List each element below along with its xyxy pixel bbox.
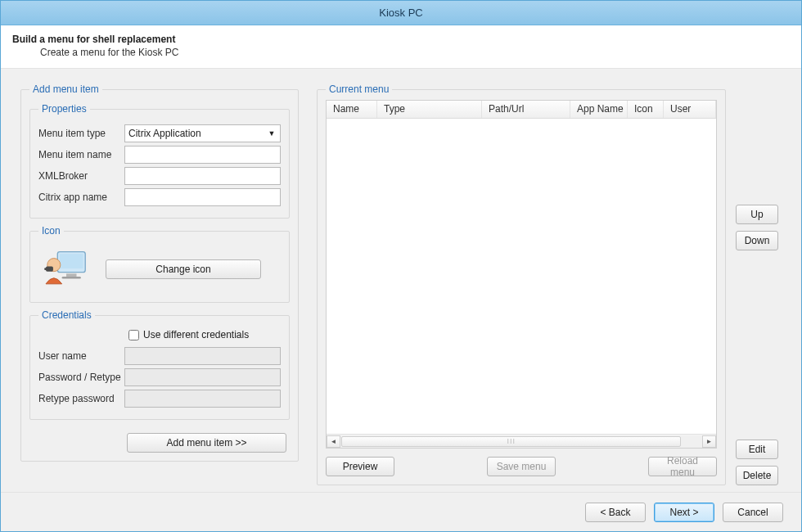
svg-rect-3 — [62, 277, 81, 279]
group-add-menu-item: Add menu item Properties Menu item type … — [20, 83, 299, 462]
col-icon[interactable]: Icon — [628, 101, 664, 118]
svg-rect-1 — [60, 254, 83, 268]
col-name[interactable]: Name — [327, 101, 377, 118]
delete-button[interactable]: Delete — [736, 466, 778, 485]
next-button[interactable]: Next > — [654, 503, 714, 522]
group-add-menu-item-legend: Add menu item — [29, 83, 102, 95]
select-menu-item-type-value: Citrix Application — [128, 128, 201, 139]
reload-menu-button[interactable]: Reload menu — [648, 457, 717, 476]
label-retype: Retype password — [38, 393, 124, 404]
group-properties: Properties Menu item type Citrix Applica… — [29, 103, 290, 219]
label-menu-item-type: Menu item type — [38, 128, 124, 139]
menu-grid-header: Name Type Path/Url App Name Icon User — [327, 101, 716, 119]
row-password: Password / Retype — [38, 368, 281, 386]
edit-button[interactable]: Edit — [736, 440, 778, 459]
icon-preview — [38, 246, 94, 292]
icon-row: Change icon — [38, 243, 281, 294]
label-username: User name — [38, 350, 124, 362]
row-xml-broker: XMLBroker — [38, 167, 281, 185]
svg-rect-6 — [44, 268, 47, 270]
group-properties-legend: Properties — [38, 103, 90, 115]
input-menu-item-name[interactable] — [124, 146, 281, 164]
page-title: Build a menu for shell replacement — [12, 34, 790, 45]
row-citrix-app-name: Citrix app name — [38, 188, 281, 206]
body: Add menu item Properties Menu item type … — [1, 69, 801, 492]
group-icon-legend: Icon — [38, 225, 64, 237]
horizontal-scrollbar[interactable]: ◄ III ► — [327, 434, 716, 448]
label-password: Password / Retype — [38, 372, 124, 383]
label-citrix-app-name: Citrix app name — [38, 192, 124, 203]
col-path[interactable]: Path/Url — [482, 101, 570, 118]
page-subtitle: Create a menu for the Kiosk PC — [40, 47, 790, 58]
chevron-down-icon: ▼ — [265, 129, 278, 138]
row-retype: Retype password — [38, 390, 281, 408]
group-current-menu-legend: Current menu — [326, 83, 392, 95]
row-username: User name — [38, 347, 281, 365]
current-menu-actions: Preview Save menu Reload menu — [326, 457, 717, 476]
group-icon: Icon — [29, 225, 290, 303]
down-button[interactable]: Down — [736, 231, 778, 250]
group-credentials-legend: Credentials — [38, 309, 95, 321]
window-title: Kiosk PC — [379, 7, 422, 19]
up-button[interactable]: Up — [736, 205, 778, 224]
group-credentials: Credentials Use different credentials Us… — [29, 309, 290, 420]
left-column: Add menu item Properties Menu item type … — [20, 83, 299, 485]
svg-rect-2 — [66, 273, 77, 277]
checkbox-use-diff-credentials[interactable] — [128, 330, 139, 340]
input-password — [124, 368, 281, 386]
change-icon-button[interactable]: Change icon — [106, 259, 261, 279]
save-menu-button[interactable]: Save menu — [487, 457, 556, 476]
col-appname[interactable]: App Name — [570, 101, 628, 118]
cancel-button[interactable]: Cancel — [723, 503, 783, 522]
select-menu-item-type[interactable]: Citrix Application ▼ — [124, 124, 281, 142]
add-button-row: Add menu item >> — [29, 426, 290, 453]
row-use-diff-credentials: Use different credentials — [38, 329, 281, 340]
input-username — [124, 347, 281, 365]
header: Build a menu for shell replacement Creat… — [1, 25, 801, 69]
scroll-track[interactable]: III — [340, 435, 702, 448]
menu-grid: Name Type Path/Url App Name Icon User ◄ … — [326, 100, 717, 449]
preview-button[interactable]: Preview — [326, 457, 394, 476]
wizard-footer: < Back Next > Cancel — [1, 492, 801, 531]
group-current-menu: Current menu Name Type Path/Url App Name… — [317, 83, 726, 485]
label-xml-broker: XMLBroker — [38, 170, 124, 182]
input-xml-broker[interactable] — [124, 167, 281, 185]
input-retype — [124, 390, 281, 408]
row-menu-item-name: Menu item name — [38, 146, 281, 164]
user-monitor-icon — [43, 249, 90, 290]
menu-grid-body[interactable] — [327, 119, 716, 434]
row-menu-item-type: Menu item type Citrix Application ▼ — [38, 124, 281, 142]
titlebar: Kiosk PC — [1, 1, 801, 25]
back-button[interactable]: < Back — [585, 503, 646, 522]
input-citrix-app-name[interactable] — [124, 188, 281, 206]
label-menu-item-name: Menu item name — [38, 149, 124, 160]
side-buttons: Up Down Edit Delete — [736, 83, 782, 485]
scroll-thumb[interactable]: III — [341, 436, 681, 447]
scroll-right-icon[interactable]: ► — [702, 435, 716, 448]
label-use-diff-credentials: Use different credentials — [143, 329, 249, 340]
add-menu-item-button[interactable]: Add menu item >> — [127, 433, 286, 453]
right-column: Current menu Name Type Path/Url App Name… — [317, 83, 782, 485]
col-type[interactable]: Type — [377, 101, 482, 118]
window-root: Kiosk PC Build a menu for shell replacem… — [0, 0, 802, 532]
scroll-left-icon[interactable]: ◄ — [327, 435, 340, 448]
col-user[interactable]: User — [664, 101, 716, 118]
